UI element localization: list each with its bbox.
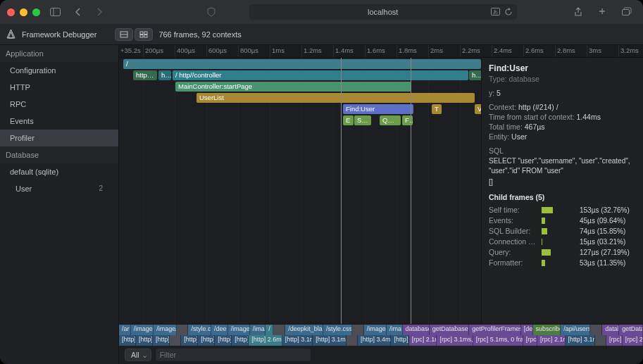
timeline-bar[interactable]: Query bbox=[380, 115, 401, 125]
address-bar[interactable]: localhost あ bbox=[249, 4, 517, 20]
timeline-bar[interactable]: http bbox=[469, 70, 481, 80]
context-chip[interactable]: getDatabases() bbox=[430, 325, 470, 335]
context-chip[interactable]: [http] 3.1ms, 7 bbox=[313, 335, 347, 346]
timeline-bar[interactable]: http/ bbox=[158, 70, 171, 80]
sidebar-item-configuration[interactable]: Configuration bbox=[0, 62, 118, 79]
forward-button[interactable] bbox=[92, 5, 107, 19]
context-chip[interactable] bbox=[347, 335, 358, 346]
filter-input[interactable] bbox=[156, 349, 311, 361]
timeline-bar[interactable]: UserList bbox=[196, 93, 475, 103]
context-chip[interactable]: subscribe bbox=[533, 325, 561, 335]
cursor-line-start[interactable] bbox=[341, 58, 342, 324]
context-chip[interactable]: getData bbox=[619, 325, 643, 335]
ruler-tick: 2ms bbox=[429, 45, 461, 57]
ruler-tick: 2.2ms bbox=[461, 45, 492, 57]
context-chip[interactable]: datal bbox=[602, 325, 619, 335]
sidebar-item-rpc[interactable]: RPC bbox=[0, 96, 118, 113]
context-track[interactable]: [http][http][http][http][http][http][htt… bbox=[119, 335, 643, 346]
context-chip[interactable]: [http] 3.1ms bbox=[566, 335, 595, 346]
context-chip[interactable]: [rpc] 5.1ms, 0 frames bbox=[473, 335, 523, 346]
timeline-bar[interactable]: / bbox=[123, 59, 481, 69]
context-chip[interactable]: database bbox=[403, 325, 430, 335]
reader-icon[interactable]: あ bbox=[491, 8, 500, 16]
context-chip[interactable]: /dee bbox=[211, 325, 228, 335]
zoom-icon[interactable] bbox=[32, 8, 40, 16]
detail-time-from-start: Time from start of context: 1.44ms bbox=[489, 113, 636, 121]
sidebar-item-events[interactable]: Events bbox=[0, 113, 118, 130]
context-chip[interactable]: getProfilerFrames() bbox=[469, 325, 521, 335]
close-icon[interactable] bbox=[7, 8, 15, 16]
context-chip[interactable] bbox=[177, 325, 189, 335]
context-chip[interactable] bbox=[273, 325, 285, 335]
timeline-bar[interactable]: E bbox=[343, 115, 354, 125]
context-chip[interactable]: [http] 2.6ms bbox=[249, 335, 282, 346]
timeline[interactable]: /http/rehttp// http//controllerhttpMainC… bbox=[119, 58, 481, 324]
child-frames-header: Child frames (5) bbox=[489, 193, 636, 201]
share-icon[interactable] bbox=[570, 4, 587, 20]
ruler-tick: 2.8ms bbox=[556, 45, 587, 57]
timeline-bar[interactable]: / http//controller bbox=[173, 70, 468, 80]
context-chip[interactable]: [http] bbox=[119, 335, 136, 346]
context-chip[interactable] bbox=[595, 335, 606, 346]
minimize-icon[interactable] bbox=[20, 8, 27, 16]
sidebar-item-profiler[interactable]: Profiler bbox=[0, 130, 118, 146]
context-chip[interactable] bbox=[170, 335, 181, 346]
timeline-bar[interactable]: Find:User bbox=[343, 104, 413, 114]
context-chip[interactable]: /api/users bbox=[561, 325, 590, 335]
cursor-line-end[interactable] bbox=[411, 58, 411, 324]
context-chip[interactable]: [rpc bbox=[523, 335, 537, 346]
context-chip[interactable]: [http] bbox=[136, 335, 153, 346]
sidebar-subitem-user[interactable]: User2 bbox=[0, 180, 118, 197]
tabs-icon[interactable] bbox=[618, 4, 636, 20]
context-chip[interactable]: /style.c bbox=[188, 325, 211, 335]
svg-rect-9 bbox=[144, 32, 147, 34]
context-chip[interactable]: /style.css bbox=[323, 325, 352, 335]
detail-y: y: 5 bbox=[489, 89, 636, 97]
context-chip[interactable] bbox=[352, 325, 364, 335]
timeline-bar[interactable]: SQL bbox=[354, 115, 371, 125]
context-chip[interactable]: /deepkit_black bbox=[285, 325, 323, 335]
shield-icon[interactable] bbox=[203, 4, 220, 20]
context-chip[interactable]: /ar bbox=[119, 325, 131, 335]
context-chip[interactable] bbox=[590, 325, 602, 335]
context-chip[interactable]: [rpc] 3.1ms, 5m bbox=[437, 335, 473, 346]
context-chip[interactable]: [rpc] 2 bbox=[623, 335, 643, 346]
back-button[interactable] bbox=[70, 5, 86, 19]
context-chip[interactable]: [rpc] 2.1m bbox=[537, 335, 566, 346]
context-track[interactable]: /ar/image//image//style.c/dee/image/ima/… bbox=[119, 325, 643, 335]
timeline-bar[interactable]: MainController:startPage bbox=[175, 82, 411, 92]
context-chip[interactable]: /image/ bbox=[131, 325, 154, 335]
reload-icon[interactable] bbox=[504, 8, 513, 16]
context-chip[interactable]: [rpc] 2.1m bbox=[409, 335, 437, 346]
context-chip[interactable]: [http] bbox=[153, 335, 170, 346]
timeline-bar[interactable]: T bbox=[432, 104, 442, 114]
context-chip[interactable]: /image/ bbox=[364, 325, 387, 335]
time-ruler[interactable]: +35.2s200µs400µs600µs800µs1ms1.2ms1.4ms1… bbox=[119, 45, 643, 58]
timeline-bar[interactable]: http/re bbox=[133, 70, 157, 80]
context-chip[interactable]: [http] bbox=[391, 335, 408, 346]
context-chip[interactable]: [http] 3.4ms, 1 bbox=[358, 335, 392, 346]
app-logo-icon bbox=[6, 29, 16, 39]
context-chip[interactable]: [http] bbox=[215, 335, 232, 346]
context-chip[interactable]: [http] 3.1ms, bbox=[282, 335, 313, 346]
context-chip[interactable]: [http] bbox=[198, 335, 215, 346]
context-chip[interactable]: [de bbox=[521, 325, 533, 335]
sidebar-item-default-sqlite-[interactable]: default (sqlite) bbox=[0, 163, 118, 180]
context-chip[interactable]: [http] bbox=[181, 335, 198, 346]
view-mode-list-button[interactable] bbox=[115, 28, 133, 41]
context-chip[interactable]: [rpc] bbox=[606, 335, 623, 346]
context-chip[interactable]: /ima bbox=[387, 325, 402, 335]
child-frame-row: SQL Builder:74µs (15.85%) bbox=[489, 227, 636, 235]
timeline-bar[interactable]: V bbox=[475, 104, 481, 114]
filter-select[interactable]: All bbox=[125, 349, 151, 361]
sidebar-item-http[interactable]: HTTP bbox=[0, 79, 118, 96]
sidebar-toggle-icon[interactable] bbox=[46, 5, 65, 19]
context-chip[interactable]: [http] bbox=[232, 335, 249, 346]
child-frame-row: Formatter:53µs (11.35%) bbox=[489, 258, 636, 267]
new-tab-icon[interactable] bbox=[594, 4, 611, 20]
view-mode-grid-button[interactable] bbox=[135, 28, 153, 41]
context-chip[interactable]: /image/ bbox=[154, 325, 176, 335]
context-chip[interactable]: /ima bbox=[250, 325, 266, 335]
context-chip[interactable]: / bbox=[266, 325, 273, 335]
context-chip[interactable]: /image bbox=[228, 325, 250, 335]
